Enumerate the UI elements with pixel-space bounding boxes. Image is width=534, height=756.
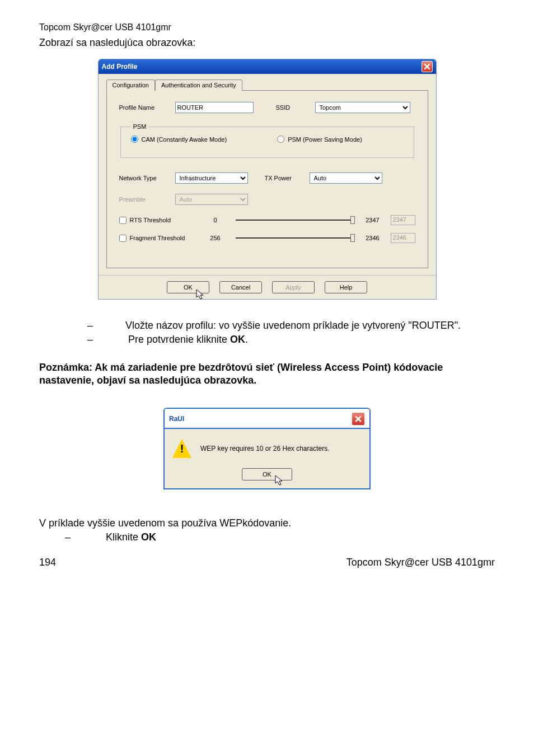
profile-name-input[interactable] <box>175 102 254 113</box>
psm-legend: PSM <box>131 123 149 130</box>
note-text: Poznámka: Ak má zariadenie pre bezdrôtov… <box>39 361 495 388</box>
add-profile-dialog: Add Profile Configuration Authentication… <box>98 59 437 300</box>
ok-wrap: OK <box>167 281 209 293</box>
frag-min: 256 <box>205 235 226 241</box>
help-button[interactable]: Help <box>325 281 367 293</box>
doc-header: Topcom Skyr@cer USB 4101gmr <box>39 22 495 32</box>
preamble-label: Preamble <box>119 196 170 203</box>
cursor-icon <box>196 289 205 300</box>
close-icon <box>355 416 362 422</box>
frag-slider[interactable] <box>236 237 353 239</box>
tab-auth-security[interactable]: Authentication and Security <box>155 80 242 91</box>
bullet-list-2: Kliknite OK <box>84 531 495 543</box>
cam-radio-label: CAM (Constantly Awake Mode) <box>142 136 227 143</box>
footer-right: Topcom Skyr@cer USB 4101gmr <box>346 557 495 568</box>
raui-titlebar: RaUI <box>165 409 369 429</box>
cam-radio-wrap[interactable]: CAM (Constantly Awake Mode) <box>131 136 227 143</box>
doc-subheader: Zobrazí sa nasledujúca obrazovka: <box>39 37 495 49</box>
rts-min: 0 <box>205 217 226 223</box>
titlebar: Add Profile <box>99 59 436 74</box>
raui-title: RaUI <box>169 415 184 423</box>
cam-radio[interactable] <box>131 136 138 143</box>
tab-strip: Configuration Authentication and Securit… <box>106 80 428 91</box>
page-footer: 194 Topcom Skyr@cer USB 4101gmr <box>39 557 495 568</box>
raui-close-button[interactable] <box>352 412 365 426</box>
network-type-select[interactable]: Infrastructure <box>175 172 248 184</box>
profile-name-label: Profile Name <box>119 104 170 111</box>
raui-ok-button[interactable]: OK <box>242 468 292 480</box>
bullet-click-ok-2: Kliknite OK <box>84 531 495 543</box>
rts-label: RTS Threshold <box>130 217 171 223</box>
close-icon <box>424 63 430 70</box>
ssid-select[interactable]: Topcom <box>315 102 410 113</box>
rts-checkbox-wrap[interactable]: RTS Threshold <box>119 217 198 224</box>
tab-configuration[interactable]: Configuration <box>106 80 155 91</box>
frag-value-box: 2346 <box>391 233 415 243</box>
preamble-select: Auto <box>175 194 248 205</box>
close-button[interactable] <box>421 61 433 72</box>
raui-body: WEP key requires 10 or 26 Hex characters… <box>165 429 369 488</box>
dialog-footer: OK Cancel Apply Help <box>99 275 436 299</box>
bullet-click-ok: Pre potvrdenie kliknite OK. <box>106 334 495 346</box>
frag-slider-thumb[interactable] <box>350 234 355 242</box>
psm-radio-wrap[interactable]: PSM (Power Saving Mode) <box>277 136 362 143</box>
rts-slider-thumb[interactable] <box>350 216 355 224</box>
frag-checkbox[interactable] <box>119 235 127 242</box>
ssid-label: SSID <box>276 104 310 111</box>
bullet-list-1: Vložte názov profilu: vo vyššie uvedenom… <box>106 320 495 346</box>
cursor-icon <box>275 475 284 486</box>
page-number: 194 <box>39 557 56 568</box>
tx-power-select[interactable]: Auto <box>310 172 382 184</box>
rts-max: 2347 <box>363 217 383 223</box>
rts-checkbox[interactable] <box>119 217 127 224</box>
frag-label: Fragment Threshold <box>130 235 185 241</box>
psm-group: PSM CAM (Constantly Awake Mode) PSM (Pow… <box>120 123 414 158</box>
raui-dialog: RaUI WEP key requires 10 or 26 Hex chara… <box>163 408 371 489</box>
rts-value-box: 2347 <box>391 215 415 225</box>
psm-radio-label: PSM (Power Saving Mode) <box>288 136 362 143</box>
warning-icon <box>172 439 191 458</box>
frag-max: 2346 <box>363 235 383 241</box>
raui-message: WEP key requires 10 or 26 Hex characters… <box>200 445 330 452</box>
cancel-button[interactable]: Cancel <box>219 281 262 293</box>
dialog-title: Add Profile <box>102 63 138 71</box>
bullet-profile-name: Vložte názov profilu: vo vyššie uvedenom… <box>106 320 495 332</box>
apply-button: Apply <box>272 281 315 293</box>
rts-slider[interactable] <box>236 220 353 221</box>
tx-power-label: TX Power <box>265 175 304 181</box>
network-type-label: Network Type <box>119 175 170 181</box>
tail-text: V príklade vyššie uvedenom sa používa WE… <box>39 517 495 529</box>
psm-radio[interactable] <box>277 136 284 143</box>
tab-panel-configuration: Profile Name SSID Topcom PSM CAM (Consta… <box>106 90 428 268</box>
frag-checkbox-wrap[interactable]: Fragment Threshold <box>119 235 198 242</box>
